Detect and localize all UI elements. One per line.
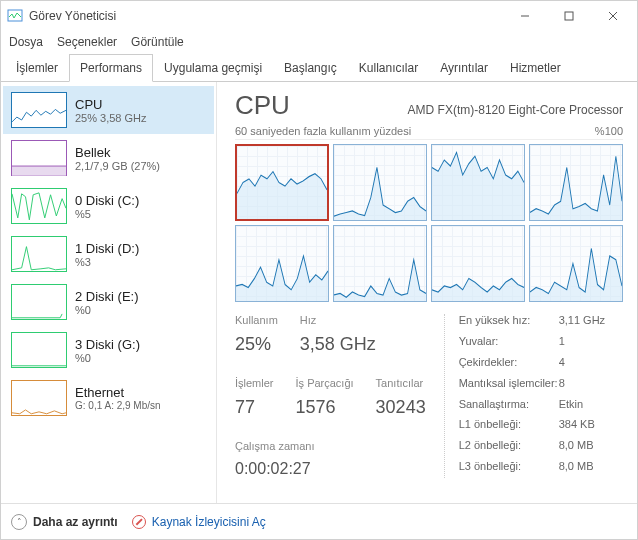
svg-marker-14 xyxy=(236,256,328,301)
tab-bar: İşlemler Performans Uygulama geçmişi Baş… xyxy=(1,53,637,82)
core-grid xyxy=(235,144,623,302)
core-chart-1[interactable] xyxy=(333,144,427,221)
footer: ˄ Daha az ayrıntı Kaynak İzleyicisini Aç xyxy=(1,503,637,539)
sidebar-item-disk1[interactable]: 1 Diski (D:)%3 xyxy=(3,230,214,278)
core-chart-3[interactable] xyxy=(529,144,623,221)
memory-thumb xyxy=(11,140,67,176)
maximize-button[interactable] xyxy=(547,2,591,30)
fewer-details-button[interactable]: ˄ Daha az ayrıntı xyxy=(11,514,118,530)
core-chart-2[interactable] xyxy=(431,144,525,221)
svg-marker-13 xyxy=(530,156,622,220)
chevron-up-icon: ˄ xyxy=(11,514,27,530)
sidebar-item-disk0[interactable]: 0 Diski (C:)%5 xyxy=(3,182,214,230)
sidebar-label: CPU xyxy=(75,97,147,112)
cpu-thumb xyxy=(11,92,67,128)
sidebar-sub: 25% 3,58 GHz xyxy=(75,112,147,124)
sidebar-item-ethernet[interactable]: EthernetG: 0,1 A: 2,9 Mb/sn xyxy=(3,374,214,422)
close-button[interactable] xyxy=(591,2,635,30)
stat-speed: 3,58 GHz xyxy=(300,334,376,355)
svg-rect-5 xyxy=(12,166,66,176)
core-chart-5[interactable] xyxy=(333,225,427,302)
tab-app-history[interactable]: Uygulama geçmişi xyxy=(153,54,273,82)
main-panel: CPU AMD FX(tm)-8120 Eight-Core Processor… xyxy=(217,82,637,503)
tab-processes[interactable]: İşlemler xyxy=(5,54,69,82)
cpu-properties: En yüksek hız:3,11 GHz Yuvalar:1 Çekirde… xyxy=(444,314,609,478)
menu-view[interactable]: Görüntüle xyxy=(131,35,184,49)
stat-handles: 30243 xyxy=(376,397,426,418)
window-title: Görev Yöneticisi xyxy=(29,9,503,23)
tab-users[interactable]: Kullanıcılar xyxy=(348,54,429,82)
tab-startup[interactable]: Başlangıç xyxy=(273,54,348,82)
stat-threads: 1576 xyxy=(296,397,354,418)
menu-options[interactable]: Seçenekler xyxy=(57,35,117,49)
chart-max: %100 xyxy=(595,125,623,137)
menubar: Dosya Seçenekler Görüntüle xyxy=(1,31,637,53)
stat-uptime: 0:00:02:27 xyxy=(235,460,426,478)
stat-usage: 25% xyxy=(235,334,278,355)
tab-performance[interactable]: Performans xyxy=(69,54,153,82)
minimize-button[interactable] xyxy=(503,2,547,30)
monitor-icon xyxy=(132,515,146,529)
sidebar-item-cpu[interactable]: CPU25% 3,58 GHz xyxy=(3,86,214,134)
page-title: CPU xyxy=(235,90,290,121)
cpu-name: AMD FX(tm)-8120 Eight-Core Processor xyxy=(408,103,623,117)
tab-details[interactable]: Ayrıntılar xyxy=(429,54,499,82)
resource-monitor-button[interactable]: Kaynak İzleyicisini Aç xyxy=(132,515,266,529)
titlebar: Görev Yöneticisi xyxy=(1,1,637,31)
app-icon xyxy=(7,8,23,24)
sidebar-item-memory[interactable]: Bellek2,1/7,9 GB (27%) xyxy=(3,134,214,182)
sidebar-item-disk3[interactable]: 3 Diski (G:)%0 xyxy=(3,326,214,374)
sidebar: CPU25% 3,58 GHz Bellek2,1/7,9 GB (27%) 0… xyxy=(1,82,217,503)
core-chart-6[interactable] xyxy=(431,225,525,302)
svg-marker-10 xyxy=(237,172,327,219)
stat-procs: 77 xyxy=(235,397,274,418)
disk-thumb xyxy=(11,188,67,224)
core-chart-4[interactable] xyxy=(235,225,329,302)
sidebar-item-disk2[interactable]: 2 Diski (E:)%0 xyxy=(3,278,214,326)
svg-line-8 xyxy=(60,314,62,318)
menu-file[interactable]: Dosya xyxy=(9,35,43,49)
svg-marker-16 xyxy=(432,279,524,302)
core-chart-0[interactable] xyxy=(235,144,329,221)
tab-services[interactable]: Hizmetler xyxy=(499,54,572,82)
svg-rect-2 xyxy=(565,12,573,20)
chart-label: 60 saniyeden fazla kullanım yüzdesi xyxy=(235,125,411,137)
core-chart-7[interactable] xyxy=(529,225,623,302)
